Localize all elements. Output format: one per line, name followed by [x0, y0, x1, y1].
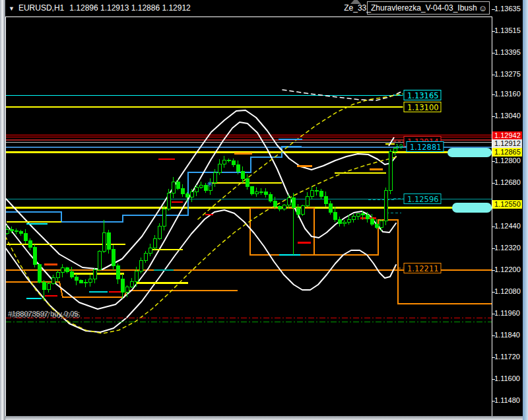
- candle: [329, 204, 332, 212]
- candle: [116, 266, 119, 279]
- smiley-icon: ☺: [478, 3, 487, 13]
- candle: [102, 232, 106, 251]
- candle: [301, 206, 304, 214]
- indicator-name: Ze_33_Zhuravlerezka_V-04-03_Ibush: [344, 3, 477, 13]
- candle: [28, 240, 32, 248]
- highlight-pill[interactable]: [452, 203, 492, 213]
- axis-label-highlighted: 1.12550: [492, 200, 522, 209]
- candle: [347, 219, 350, 222]
- candle: [10, 230, 13, 230]
- count-marker: 10: [395, 143, 403, 150]
- candle: [361, 214, 364, 215]
- chart-window: 1.131651.131001.129141.128811.125961.122…: [0, 0, 528, 420]
- axis-label: 1.12680: [494, 178, 521, 187]
- candle: [250, 187, 253, 193]
- axis-label: 1.13275: [494, 70, 521, 79]
- price-axis[interactable]: 1.136351.135151.133951.132751.131601.130…: [492, 0, 522, 420]
- axis-label: 1.11720: [494, 353, 520, 361]
- price-label-text: 1.12596: [407, 195, 439, 204]
- candle: [282, 205, 286, 209]
- candle: [375, 225, 378, 228]
- candle: [389, 151, 392, 190]
- candle: [222, 160, 226, 164]
- axis-label: 1.12200: [494, 265, 521, 274]
- band-upper-curve: [5, 110, 396, 269]
- axis-label: 1.13040: [494, 112, 521, 120]
- candle: [269, 195, 272, 201]
- price-label-text: 1.12881: [410, 143, 442, 152]
- chart-collapse-arrow[interactable]: ▼: [9, 5, 15, 12]
- candle: [24, 234, 27, 241]
- band-middle-curve: [5, 122, 396, 309]
- axis-label-highlighted: 1.12865: [492, 148, 522, 157]
- candle: [70, 272, 73, 277]
- candle: [93, 269, 96, 279]
- candle: [112, 250, 115, 266]
- highlight-pill[interactable]: [447, 148, 492, 157]
- window-edge-left: [0, 0, 5, 420]
- candle: [232, 160, 235, 164]
- price-label-text: 1.13165: [407, 91, 439, 100]
- price-chart[interactable]: 1.131651.131001.129141.128811.125961.122…: [0, 0, 528, 420]
- candle: [33, 248, 36, 265]
- candle: [352, 217, 355, 219]
- candle: [98, 251, 101, 269]
- candle: [333, 212, 337, 219]
- candle: [51, 277, 55, 283]
- candle: [246, 179, 249, 187]
- candle: [356, 214, 360, 217]
- candle: [56, 273, 59, 277]
- candle: [259, 192, 263, 192]
- axis-label: 1.12320: [494, 244, 521, 252]
- candle: [370, 219, 374, 224]
- order-label: #188073597 buy 0.05: [8, 310, 78, 318]
- axis-label: 1.11600: [494, 374, 520, 383]
- candle: [84, 282, 87, 283]
- candle: [315, 191, 318, 192]
- candle: [241, 171, 244, 179]
- window-edge-bottom: [5, 416, 523, 420]
- candle: [380, 221, 383, 227]
- candle: [176, 182, 180, 188]
- axis-label-highlighted: 1.12912: [492, 139, 522, 148]
- candle: [65, 268, 69, 272]
- price-label-text: 1.13100: [407, 103, 439, 112]
- candle: [292, 198, 295, 208]
- candle: [296, 208, 300, 214]
- candle: [190, 192, 193, 197]
- candle: [88, 279, 92, 283]
- candle: [19, 232, 22, 234]
- candle: [153, 238, 156, 248]
- candle: [185, 194, 189, 197]
- candle: [47, 283, 50, 289]
- candle: [264, 192, 267, 195]
- price-label-text: 1.12211: [407, 264, 439, 273]
- candle: [15, 230, 18, 231]
- candle: [366, 215, 369, 219]
- candle: [38, 265, 41, 282]
- axis-label: 1.12440: [494, 222, 521, 230]
- candle: [287, 198, 290, 205]
- chart-ohlc-values: 1.12896 1.12913 1.12886 1.12912: [69, 3, 191, 13]
- axis-label: 1.11840: [494, 331, 520, 339]
- candle: [384, 190, 387, 221]
- chart-symbol-period: EURUSD,H1: [18, 3, 64, 13]
- candle: [167, 193, 170, 209]
- candle: [75, 277, 78, 281]
- candle: [181, 188, 184, 194]
- candle: [125, 287, 129, 292]
- candle: [79, 281, 82, 283]
- candle: [172, 182, 175, 193]
- axis-label: 1.13515: [494, 26, 521, 35]
- window-edge-right: [523, 0, 528, 420]
- plot-border: [5, 17, 492, 416]
- axis-label: 1.12800: [494, 157, 521, 165]
- axis-label: 1.12080: [494, 287, 521, 296]
- candle: [236, 165, 240, 172]
- candle: [227, 160, 230, 160]
- candle: [42, 282, 46, 289]
- indicator-name-box: Ze_33_Zhuravlerezka_V-04-03_Ibush☺: [367, 1, 490, 15]
- star-marker-icon: ✳: [207, 180, 213, 189]
- candle: [139, 261, 143, 271]
- axis-label: 1.11960: [494, 309, 520, 318]
